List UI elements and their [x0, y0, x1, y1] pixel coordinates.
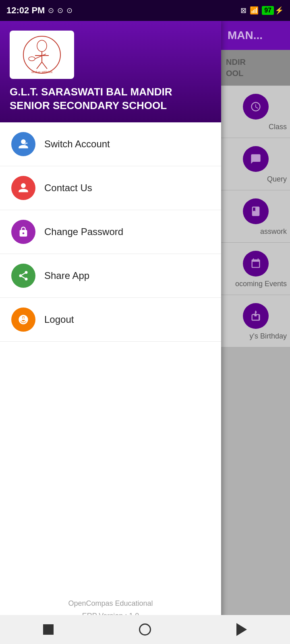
school-name: G.L.T. SARASWATI BAL MANDIR SENIOR SECON… [10, 85, 172, 113]
square-icon [43, 624, 54, 635]
lock-icon-circle [11, 220, 35, 244]
status-icon-1: ⊙ [48, 6, 54, 15]
nav-back-button[interactable] [233, 621, 251, 638]
status-bar-right: ⊠ 📶 97 ⚡ [240, 6, 284, 15]
right-class-label: Class [224, 123, 287, 131]
svg-line-5 [42, 62, 47, 69]
nav-bar [0, 615, 290, 644]
menu-item-switch-account[interactable]: Switch Account [0, 122, 221, 166]
nav-square-button[interactable] [39, 621, 57, 638]
svg-point-12 [25, 277, 28, 280]
menu-item-share-app[interactable]: Share App [0, 254, 221, 298]
svg-point-1 [37, 40, 47, 52]
battery-level: 97 [262, 6, 274, 15]
nav-home-button[interactable] [136, 621, 154, 638]
right-classwork-icon-circle [243, 198, 269, 224]
main-layout: तमसो मा ज्योतिर्गमय G.L.T. SARASWATI BAL… [0, 21, 290, 644]
right-menu-item-birthday: y's Birthday [221, 295, 290, 347]
right-menu-item-events: ocoming Events [221, 243, 290, 295]
close-icon: ⊠ [240, 6, 246, 15]
classwork-icon [250, 206, 261, 217]
right-classwork-label: asswork [224, 227, 287, 236]
right-menu-item-query: Query [221, 138, 290, 190]
drawer-header: तमसो मा ज्योतिर्गमय G.L.T. SARASWATI BAL… [0, 21, 221, 122]
right-query-icon-circle [243, 146, 269, 172]
drawer-panel: तमसो मा ज्योतिर्गमय G.L.T. SARASWATI BAL… [0, 21, 221, 644]
switch-account-icon-circle [11, 132, 35, 156]
menu-item-logout[interactable]: Logout [0, 298, 221, 342]
right-panel: MAN... NDIR OOL Class Query [221, 21, 290, 644]
share-icon [18, 270, 29, 281]
svg-rect-9 [22, 184, 25, 185]
charging-icon: ⚡ [275, 6, 284, 15]
right-clock-icon-circle [243, 94, 269, 120]
contact-icon-circle [11, 176, 35, 200]
events-icon [250, 258, 261, 269]
right-events-icon-circle [243, 251, 269, 277]
svg-text:तमसो मा ज्योतिर्गमय: तमसो मा ज्योतिर्गमय [31, 70, 52, 74]
menu-list: Switch Account Contact Us [0, 122, 221, 588]
logout-icon-circle [11, 308, 35, 332]
right-header-title: MAN... [228, 29, 263, 42]
contact-icon [18, 182, 29, 194]
switch-account-label: Switch Account [44, 138, 110, 150]
right-school-text-2: OOL [226, 68, 285, 79]
share-app-label: Share App [44, 270, 89, 281]
right-birthday-label: y's Birthday [224, 332, 287, 341]
svg-line-13 [22, 276, 25, 278]
right-events-label: ocoming Events [224, 280, 287, 288]
right-menu-item-class: Class [221, 86, 290, 138]
menu-item-change-password[interactable]: Change Password [0, 210, 221, 254]
right-panel-header: MAN... [221, 21, 290, 50]
lock-icon [18, 226, 29, 237]
contact-label: Contact Us [44, 182, 92, 194]
wifi-icon: 📶 [250, 6, 259, 15]
right-query-label: Query [224, 175, 287, 184]
svg-point-11 [19, 274, 22, 277]
right-school-area: NDIR OOL [221, 50, 290, 86]
svg-point-10 [25, 271, 28, 274]
battery-container: 97 ⚡ [262, 6, 284, 15]
change-password-label: Change Password [44, 226, 123, 237]
query-icon [250, 153, 261, 165]
right-menu-item-classwork: asswork [221, 190, 290, 243]
svg-point-6 [29, 57, 35, 61]
share-icon-circle [11, 264, 35, 288]
svg-line-14 [22, 273, 25, 275]
status-bar-left: 12:02 PM ⊙ ⊙ ⊙ [6, 5, 72, 16]
school-logo: तमसो मा ज्योतिर्गमय [20, 35, 64, 75]
menu-item-contact-us[interactable]: Contact Us [0, 166, 221, 210]
circle-icon [139, 623, 151, 636]
clock-icon [250, 101, 261, 112]
switch-account-icon [18, 138, 29, 150]
birthday-icon [250, 310, 261, 322]
status-bar: 12:02 PM ⊙ ⊙ ⊙ ⊠ 📶 97 ⚡ [0, 0, 290, 21]
triangle-icon [236, 623, 247, 636]
right-school-text-1: NDIR [226, 56, 285, 68]
status-icon-2: ⊙ [57, 6, 63, 15]
svg-line-4 [37, 62, 42, 69]
logout-label: Logout [44, 314, 74, 325]
logo-container: तमसो मा ज्योतिर्गमय [10, 31, 74, 79]
right-birthday-icon-circle [243, 303, 269, 329]
svg-line-7 [35, 54, 46, 59]
status-time: 12:02 PM [6, 5, 45, 16]
logout-icon [18, 314, 29, 325]
status-icon-3: ⊙ [66, 6, 72, 15]
